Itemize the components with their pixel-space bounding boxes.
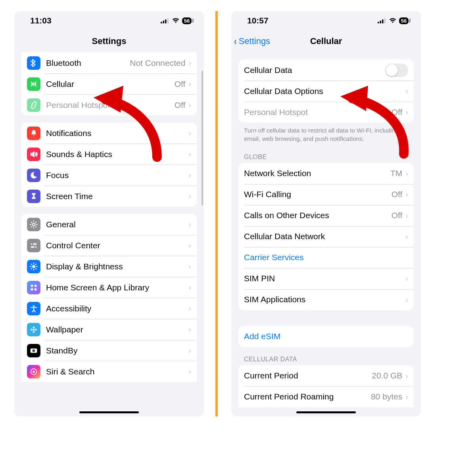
row-label: Wi-Fi Calling bbox=[244, 190, 388, 199]
back-button[interactable]: ‹ Settings bbox=[231, 36, 270, 46]
row-value: Off bbox=[175, 100, 186, 110]
row-label: Personal Hotspot bbox=[244, 107, 388, 117]
chevron-right-icon: › bbox=[188, 100, 191, 109]
row-label: Home Screen & App Library bbox=[46, 283, 185, 292]
group-header-cellular-data: CELLULAR DATA bbox=[231, 347, 421, 365]
settings-row[interactable]: Calls on Other DevicesOff› bbox=[238, 205, 414, 226]
row-label: Personal Hotspot bbox=[46, 100, 171, 110]
chevron-right-icon: › bbox=[188, 241, 191, 250]
svg-point-7 bbox=[32, 243, 33, 245]
row-label: Siri & Search bbox=[46, 367, 185, 376]
svg-rect-6 bbox=[31, 246, 37, 248]
row-cellular-data-options[interactable]: Cellular Data Options › bbox=[238, 81, 414, 102]
settings-row[interactable]: Notifications› bbox=[21, 123, 197, 144]
svg-point-16 bbox=[33, 326, 35, 328]
chevron-right-icon: › bbox=[188, 325, 191, 334]
settings-row[interactable]: Display & Brightness› bbox=[21, 256, 197, 277]
settings-row[interactable]: General› bbox=[21, 214, 197, 235]
chevron-right-icon: › bbox=[188, 283, 191, 292]
settings-row[interactable]: Control Center› bbox=[21, 235, 197, 256]
battery-icon: 56 bbox=[399, 17, 411, 24]
svg-rect-3 bbox=[167, 18, 169, 23]
chevron-right-icon: › bbox=[188, 58, 191, 67]
svg-rect-1 bbox=[163, 21, 165, 23]
settings-row[interactable]: SIM Applications› bbox=[238, 289, 414, 310]
svg-point-19 bbox=[35, 328, 37, 330]
chevron-right-icon: › bbox=[405, 232, 408, 241]
row-value: TM bbox=[390, 169, 402, 178]
home-indicator[interactable] bbox=[296, 411, 356, 413]
chevron-right-icon: › bbox=[405, 274, 408, 283]
settings-row[interactable]: Home Screen & App Library› bbox=[21, 277, 197, 298]
home-indicator[interactable] bbox=[79, 411, 139, 413]
row-label: Control Center bbox=[46, 241, 185, 250]
settings-row[interactable]: Current Period20.0 GB› bbox=[238, 365, 414, 386]
settings-row[interactable]: Screen Time› bbox=[21, 186, 197, 207]
scrollbar[interactable] bbox=[202, 71, 203, 205]
row-label: SIM PIN bbox=[244, 274, 402, 283]
svg-rect-26 bbox=[382, 19, 384, 23]
wifi-icon bbox=[172, 18, 180, 23]
settings-row[interactable]: Network SelectionTM› bbox=[238, 163, 414, 184]
notifications-icon bbox=[27, 127, 40, 140]
row-label: Carrier Services bbox=[244, 253, 408, 262]
settings-row[interactable]: Carrier Services bbox=[238, 247, 414, 268]
wifi-icon bbox=[389, 18, 397, 23]
row-value: Off bbox=[392, 190, 403, 199]
standby-icon bbox=[27, 344, 40, 357]
settings-row[interactable]: Focus› bbox=[21, 165, 197, 186]
homescreen-icon bbox=[27, 281, 40, 294]
settings-row[interactable]: Wi-Fi CallingOff› bbox=[238, 184, 414, 205]
group-header-globe: GLOBE bbox=[231, 145, 421, 163]
page-title: Settings bbox=[14, 36, 204, 46]
settings-row[interactable]: Accessibility› bbox=[21, 298, 197, 319]
nav-bar: ‹ Settings Cellular bbox=[231, 30, 421, 52]
signal-icon bbox=[161, 18, 169, 23]
settings-row[interactable]: SIM PIN› bbox=[238, 268, 414, 289]
row-label: Calls on Other Devices bbox=[244, 211, 388, 220]
chevron-right-icon: › bbox=[188, 367, 191, 376]
row-value: Off bbox=[175, 79, 186, 89]
svg-rect-24 bbox=[378, 22, 379, 23]
svg-point-9 bbox=[32, 265, 35, 268]
chevron-right-icon: › bbox=[405, 295, 408, 304]
settings-row[interactable]: StandBy› bbox=[21, 340, 197, 361]
status-time: 11:03 bbox=[30, 16, 52, 25]
row-label: Network Selection bbox=[244, 169, 387, 178]
row-add-esim[interactable]: Add eSIM bbox=[238, 326, 414, 347]
settings-row[interactable]: Sounds & Haptics› bbox=[21, 144, 197, 165]
status-bar: 10:57 56 bbox=[231, 11, 421, 30]
svg-rect-0 bbox=[161, 22, 162, 23]
settings-row[interactable]: Current Period Roaming80 bytes› bbox=[238, 386, 414, 407]
accessibility-icon bbox=[27, 302, 40, 315]
row-value: Off bbox=[392, 107, 403, 117]
svg-point-18 bbox=[31, 328, 33, 330]
row-value: Off bbox=[392, 211, 403, 220]
row-label: Sounds & Haptics bbox=[46, 150, 185, 159]
svg-point-8 bbox=[34, 246, 36, 248]
row-value: 80 bytes bbox=[371, 392, 402, 401]
chevron-right-icon: › bbox=[405, 392, 408, 401]
settings-row[interactable]: BluetoothNot Connected› bbox=[21, 52, 197, 73]
row-label: Cellular bbox=[46, 79, 171, 89]
battery-icon: 56 bbox=[182, 17, 194, 24]
row-label: Bluetooth bbox=[46, 58, 127, 68]
settings-row[interactable]: Wallpaper› bbox=[21, 319, 197, 340]
status-bar: 11:03 56 bbox=[14, 11, 204, 30]
siri-icon bbox=[27, 365, 40, 378]
settings-row[interactable]: CellularOff› bbox=[21, 73, 197, 94]
settings-row[interactable]: Personal HotspotOff› bbox=[21, 94, 197, 115]
row-cellular-data[interactable]: Cellular Data bbox=[238, 60, 414, 81]
row-label: StandBy bbox=[46, 346, 185, 355]
cellular-data-toggle[interactable] bbox=[385, 63, 408, 77]
row-label: Accessibility bbox=[46, 304, 185, 313]
row-label: Cellular Data Network bbox=[244, 232, 402, 241]
cellular-icon bbox=[27, 77, 40, 91]
settings-row[interactable]: Siri & Search› bbox=[21, 361, 197, 382]
row-label: Display & Brightness bbox=[46, 262, 185, 271]
chevron-right-icon: › bbox=[405, 211, 408, 220]
chevron-right-icon: › bbox=[405, 190, 408, 199]
cellular-group-esim: Add eSIM bbox=[238, 326, 414, 347]
row-personal-hotspot[interactable]: Personal Hotspot Off › bbox=[238, 102, 414, 123]
settings-row[interactable]: Cellular Data Network› bbox=[238, 226, 414, 247]
